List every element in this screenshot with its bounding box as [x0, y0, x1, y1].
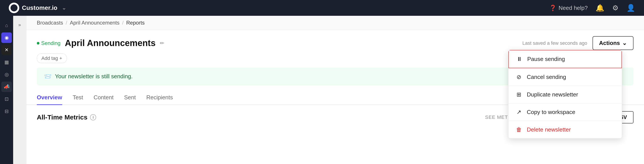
page-header-right: Last saved a few seconds ago Actions ⌄	[522, 36, 634, 50]
help-circle-icon: ❓	[549, 5, 556, 12]
sidebar-item-close[interactable]: ✕	[1, 45, 12, 55]
alert-banner: 📨 Your newsletter is still sending.	[37, 68, 634, 85]
export-label: Export to CSV	[592, 114, 627, 120]
add-tag-button[interactable]: Add tag +	[37, 54, 67, 63]
metrics-info-icon[interactable]: i	[90, 114, 96, 120]
export-csv-button[interactable]: Export to CSV	[585, 111, 634, 123]
content-area: Broadcasts / April Announcements / Repor…	[26, 16, 644, 164]
variations-chevron-icon: ⌄	[572, 114, 577, 120]
breadcrumb-sep-1: /	[66, 20, 67, 26]
metrics-title-text: All-Time Metrics	[37, 114, 88, 121]
edit-icon[interactable]: ✏	[160, 40, 164, 46]
breadcrumb-sep-2: /	[122, 20, 124, 26]
see-metrics-label: SEE METRICS FOR	[485, 114, 533, 120]
breadcrumb-broadcasts[interactable]: Broadcasts	[37, 20, 63, 26]
metrics-right: SEE METRICS FOR All variations ⌄ Export …	[485, 111, 634, 123]
last-saved-text: Last saved a few seconds ago	[522, 40, 587, 46]
help-link[interactable]: ❓ Need help?	[549, 5, 588, 12]
alert-message: Your newsletter is still sending.	[55, 73, 133, 80]
tab-sent[interactable]: Sent	[124, 91, 136, 105]
actions-label: Actions	[599, 40, 620, 47]
metrics-title-area: All-Time Metrics i	[37, 114, 96, 121]
breadcrumb: Broadcasts / April Announcements / Repor…	[26, 16, 644, 30]
actions-chevron-icon: ⌄	[622, 40, 627, 47]
metrics-row: All-Time Metrics i SEE METRICS FOR All v…	[26, 105, 644, 130]
breadcrumb-reports: Reports	[126, 20, 144, 26]
sidebar-item-chart[interactable]: ▦	[1, 57, 12, 68]
add-tag-label: Add tag +	[42, 56, 62, 61]
sidebar-item-home[interactable]: ⌂	[1, 20, 12, 31]
variations-option: All variations	[541, 114, 571, 120]
actions-button[interactable]: Actions ⌄	[592, 36, 634, 50]
notifications-icon[interactable]: 🔔	[596, 4, 604, 12]
top-nav: Customer.io ⌄ ❓ Need help? 🔔 ⚙ 👤	[0, 0, 644, 16]
second-sidebar: »	[13, 16, 26, 164]
help-text: Need help?	[558, 5, 588, 12]
user-icon[interactable]: 👤	[626, 4, 635, 12]
main-layout: ⌂ ◉ ✕ ▦ ◎ 📣 ⊡ ⊟ » Broadcasts / April Ann…	[0, 16, 644, 164]
page-header-left: Sending April Announcements ✏	[37, 38, 164, 48]
sidebar-item-inbox[interactable]: ⊟	[1, 106, 12, 117]
logo-icon	[9, 3, 19, 13]
tag-area: Add tag +	[26, 54, 644, 68]
breadcrumb-april[interactable]: April Announcements	[70, 20, 120, 26]
icon-sidebar: ⌂ ◉ ✕ ▦ ◎ 📣 ⊡ ⊟	[0, 16, 13, 164]
tabs-bar: Overview Test Content Sent Recipients	[26, 91, 644, 105]
alert-send-icon: 📨	[44, 73, 52, 80]
sidebar-item-broadcasts[interactable]: 📣	[1, 82, 12, 92]
status-dot	[37, 42, 40, 45]
page-header: Sending April Announcements ✏ Last saved…	[26, 30, 644, 54]
sidebar-item-messaging[interactable]: ◎	[1, 69, 12, 80]
status-badge: Sending	[37, 40, 60, 46]
settings-icon[interactable]: ⚙	[612, 4, 618, 12]
sidebar-item-dashboard[interactable]: ◉	[1, 33, 12, 43]
top-nav-right: ❓ Need help? 🔔 ⚙ 👤	[549, 4, 635, 12]
app-chevron[interactable]: ⌄	[62, 5, 66, 11]
second-sidebar-expand[interactable]: »	[15, 20, 24, 30]
sidebar-item-terminal[interactable]: ⊡	[1, 94, 12, 104]
variations-select[interactable]: All variations ⌄	[536, 111, 582, 123]
tab-content[interactable]: Content	[94, 91, 114, 105]
tab-test[interactable]: Test	[73, 91, 83, 105]
app-name: Customer.io	[22, 5, 58, 12]
tab-overview[interactable]: Overview	[37, 91, 62, 105]
page-title: April Announcements	[65, 38, 156, 48]
logo[interactable]: Customer.io ⌄	[9, 3, 66, 13]
tab-recipients[interactable]: Recipients	[146, 91, 173, 105]
status-label: Sending	[41, 40, 60, 46]
